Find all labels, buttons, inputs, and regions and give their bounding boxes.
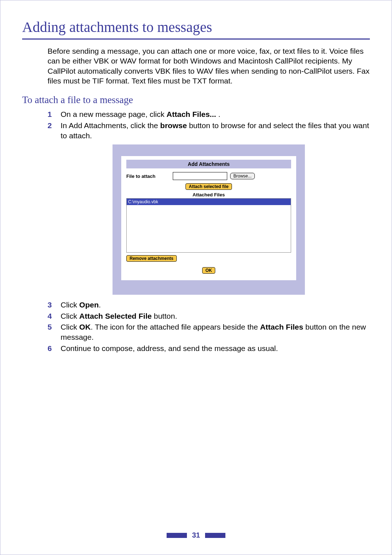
step-number: 6 bbox=[48, 343, 61, 354]
step-text: On a new message page, click Attach File… bbox=[61, 109, 220, 119]
step-text: In Add Attachments, click the browse but… bbox=[61, 121, 370, 141]
step-number: 1 bbox=[48, 109, 61, 119]
page-number: 31 bbox=[192, 531, 200, 539]
step-number: 3 bbox=[48, 300, 61, 310]
page-footer: 31 bbox=[22, 531, 370, 539]
step-text: Click Open. bbox=[61, 300, 101, 310]
step-4: 4 Click Attach Selected File button. bbox=[48, 311, 370, 321]
step-3: 3 Click Open. bbox=[48, 300, 370, 310]
attached-file-item[interactable]: C:\myaudio.vbk bbox=[127, 199, 291, 205]
intro-paragraph: Before sending a message, you can attach… bbox=[48, 46, 370, 86]
dialog-screenshot: Add Attachments File to attach Browse...… bbox=[113, 144, 305, 295]
attached-files-label: Attached Files bbox=[126, 192, 291, 197]
footer-bar-left bbox=[167, 533, 187, 538]
step-6: 6 Continue to compose, address, and send… bbox=[48, 343, 370, 354]
step-1: 1 On a new message page, click Attach Fi… bbox=[48, 109, 370, 119]
step-text: Continue to compose, address, and send t… bbox=[61, 343, 278, 354]
file-path-input[interactable] bbox=[173, 172, 227, 180]
page-title: Adding attachments to messages bbox=[22, 19, 370, 36]
document-page: Adding attachments to messages Before se… bbox=[0, 0, 392, 555]
step-text: Click OK. The icon for the attached file… bbox=[61, 322, 370, 343]
step-number: 4 bbox=[48, 311, 61, 321]
file-to-attach-row: File to attach Browse... bbox=[126, 172, 291, 180]
footer-bar-right bbox=[205, 533, 225, 538]
attach-selected-file-button[interactable]: Attach selected file bbox=[185, 183, 232, 190]
step-5: 5 Click OK. The icon for the attached fi… bbox=[48, 322, 370, 343]
ok-button[interactable]: OK bbox=[202, 267, 215, 274]
remove-row: Remove attachments bbox=[126, 255, 291, 262]
section-subheading: To attach a file to a message bbox=[22, 94, 370, 106]
attach-selected-row: Attach selected file bbox=[126, 183, 291, 190]
remove-attachments-button[interactable]: Remove attachments bbox=[126, 255, 177, 262]
step-text: Click Attach Selected File button. bbox=[61, 311, 177, 321]
step-number: 5 bbox=[48, 322, 61, 343]
step-2: 2 In Add Attachments, click the browse b… bbox=[48, 121, 370, 141]
browse-button[interactable]: Browse... bbox=[230, 173, 255, 179]
ok-row: OK bbox=[126, 267, 291, 274]
add-attachments-dialog: Add Attachments File to attach Browse...… bbox=[121, 156, 296, 280]
file-to-attach-label: File to attach bbox=[126, 174, 170, 179]
attached-files-list[interactable]: C:\myaudio.vbk bbox=[126, 198, 291, 253]
title-rule bbox=[22, 38, 370, 40]
dialog-title: Add Attachments bbox=[126, 160, 291, 168]
step-number: 2 bbox=[48, 121, 61, 141]
steps-list: 1 On a new message page, click Attach Fi… bbox=[48, 109, 370, 354]
